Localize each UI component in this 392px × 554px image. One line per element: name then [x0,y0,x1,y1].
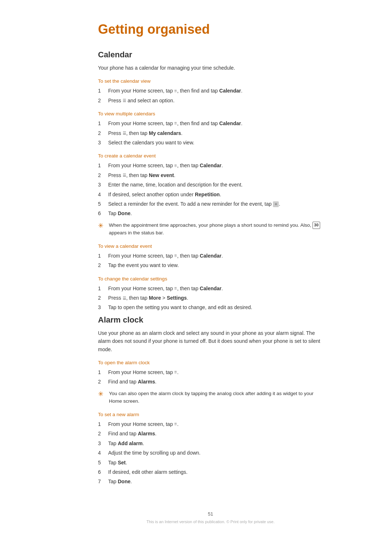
page-footer: 51 This is an Internet version of this p… [98,504,323,524]
list-item: 2 Press ☰, then tap More > Settings. [98,294,323,302]
list-item: 4 Adjust the time by scrolling up and do… [98,449,323,457]
apps-icon: ⠿ [174,253,177,259]
view-multiple-subtitle: To view multiple calendars [98,111,323,116]
step-text: Select a reminder for the event. To add … [108,200,323,208]
calendar-section: Calendar Your phone has a calendar for m… [98,50,323,312]
step-number: 6 [98,468,108,476]
list-item: 1 From your Home screen, tap ⠿, then tap… [98,284,323,292]
list-item: 4 If desired, select another option unde… [98,190,323,198]
set-alarm-subsection: To set a new alarm 1 From your Home scre… [98,412,323,486]
step-text: If desired, select another option under … [108,190,323,198]
step-number: 2 [98,171,108,179]
step-number: 6 [98,209,108,217]
step-text: Adjust the time by scrolling up and down… [108,449,323,457]
apps-icon: ⠿ [174,286,177,292]
list-item: 1 From your Home screen, tap ⠿. [98,420,323,428]
step-number: 1 [98,284,108,292]
step-number: 2 [98,97,108,104]
tip-text: You can also open the alarm clock by tap… [109,390,323,405]
step-text: Select the calendars you want to view. [108,139,323,147]
view-event-subsection: To view a calendar event 1 From your Hom… [98,243,323,270]
view-multiple-subsection: To view multiple calendars 1 From your H… [98,111,323,147]
step-number: 2 [98,294,108,302]
view-event-subtitle: To view a calendar event [98,243,323,249]
step-number: 3 [98,303,108,311]
step-number: 3 [98,139,108,147]
step-text: Tap Add alarm. [108,439,323,447]
list-item: 2 Find and tap Alarms. [98,430,323,438]
create-event-tip: ✳ When the appointment time approaches, … [98,221,323,237]
apps-icon: ⠿ [174,121,177,127]
set-alarm-subtitle: To set a new alarm [98,412,323,417]
step-number: 1 [98,119,108,127]
list-item: 1 From your Home screen, tap ⠿, then fin… [98,87,323,95]
step-text: If desired, edit other alarm settings. [108,468,323,476]
change-settings-subtitle: To change the calendar settings [98,276,323,282]
step-text: Press ☰, then tap New event. [108,171,323,179]
list-item: 3 Tap Add alarm. [98,439,323,447]
alarm-clock-section: Alarm clock Use your phone as an alarm c… [98,315,323,486]
list-item: 2 Tap the event you want to view. [98,261,323,269]
open-alarm-tip: ✳ You can also open the alarm clock by t… [98,390,323,405]
step-text: Press ☰ and select an option. [108,97,323,104]
step-text: Find and tap Alarms. [108,378,323,386]
list-item: 2 Find and tap Alarms. [98,378,323,386]
step-text: Tap to open the setting you want to chan… [108,303,323,311]
tip-icon: ✳ [98,389,106,399]
step-text: From your Home screen, tap ⠿, then tap C… [108,161,323,169]
list-item: 2 Press ☰ and select an option. [98,97,323,104]
step-number: 1 [98,368,108,376]
create-event-subtitle: To create a calendar event [98,153,323,159]
list-item: 5 Select a reminder for the event. To ad… [98,200,323,208]
step-text: From your Home screen, tap ⠿, then find … [108,87,323,95]
step-text: Press ☰, then tap My calendars. [108,129,323,137]
view-multiple-steps: 1 From your Home screen, tap ⠿, then fin… [98,119,323,147]
page-number: 51 [98,511,323,517]
list-item: 1 From your Home screen, tap ⠿, then tap… [98,161,323,169]
step-number: 3 [98,181,108,189]
set-view-steps: 1 From your Home screen, tap ⠿, then fin… [98,87,323,104]
create-event-subsection: To create a calendar event 1 From your H… [98,153,323,237]
step-number: 4 [98,190,108,198]
step-number: 1 [98,87,108,95]
plus-icon: + [273,201,279,207]
step-number: 2 [98,261,108,269]
tip-text: When the appointment time approaches, yo… [109,221,323,237]
footer-copyright: This is an Internet version of this publ… [98,520,323,524]
alarm-clock-title: Alarm clock [98,315,323,325]
step-number: 1 [98,252,108,260]
step-text: From your Home screen, tap ⠿. [108,420,323,428]
step-text: Press ☰, then tap More > Settings. [108,294,323,302]
step-text: Enter the name, time, location and descr… [108,181,323,189]
apps-icon: ⠿ [174,370,177,376]
calendar-intro: Your phone has a calendar for managing y… [98,64,323,72]
list-item: 3 Tap to open the setting you want to ch… [98,303,323,311]
apps-icon: ⠿ [174,89,177,94]
alarm-clock-intro: Use your phone as an alarm clock and sel… [98,329,323,353]
list-item: 1 From your Home screen, tap ⠿. [98,368,323,376]
list-item: 1 From your Home screen, tap ⠿, then fin… [98,119,323,127]
apps-icon: ⠿ [174,422,177,427]
tip-icon: ✳ [98,221,106,231]
list-item: 6 If desired, edit other alarm settings. [98,468,323,476]
menu-icon: ☰ [123,130,126,137]
set-view-subtitle: To set the calendar view [98,78,323,84]
step-text: Tap the event you want to view. [108,261,323,269]
open-alarm-subtitle: To open the alarm clock [98,360,323,365]
step-number: 2 [98,430,108,438]
step-number: 5 [98,459,108,467]
change-settings-subsection: To change the calendar settings 1 From y… [98,276,323,312]
list-item: 7 Tap Done. [98,477,323,485]
list-item: 2 Press ☰, then tap My calendars. [98,129,323,137]
apps-icon: ⠿ [174,163,177,169]
open-alarm-subsection: To open the alarm clock 1 From your Home… [98,360,323,405]
view-event-steps: 1 From your Home screen, tap ⠿, then tap… [98,252,323,270]
step-text: Tap Done. [108,477,323,485]
page-content: Getting organised Calendar Your phone ha… [54,0,338,546]
step-text: From your Home screen, tap ⠿, then tap C… [108,284,323,292]
list-item: 6 Tap Done. [98,209,323,217]
step-number: 5 [98,200,108,208]
step-text: From your Home screen, tap ⠿. [108,368,323,376]
step-number: 4 [98,449,108,457]
step-text: Find and tap Alarms. [108,430,323,438]
